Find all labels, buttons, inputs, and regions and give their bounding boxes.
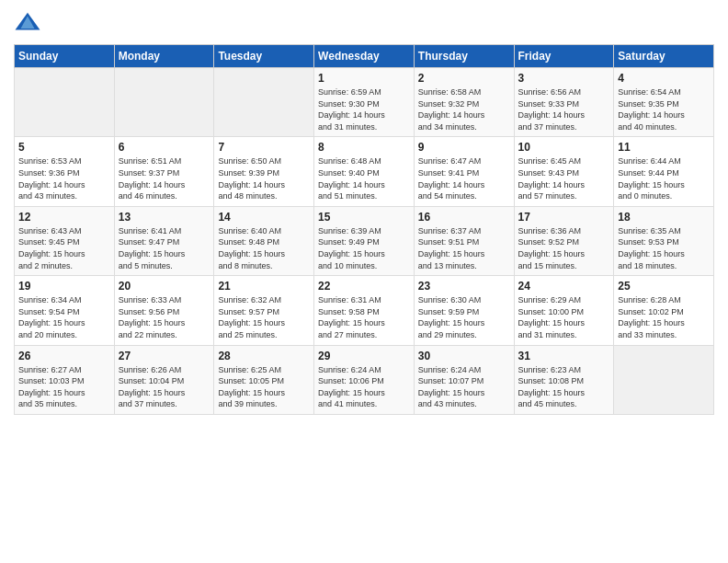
calendar: SundayMondayTuesdayWednesdayThursdayFrid… bbox=[14, 44, 714, 415]
calendar-cell: 28Sunrise: 6:25 AM Sunset: 10:05 PM Dayl… bbox=[214, 345, 314, 414]
calendar-cell: 30Sunrise: 6:24 AM Sunset: 10:07 PM Dayl… bbox=[414, 345, 514, 414]
day-info: Sunrise: 6:59 AM Sunset: 9:30 PM Dayligh… bbox=[318, 86, 410, 132]
day-info: Sunrise: 6:27 AM Sunset: 10:03 PM Daylig… bbox=[18, 364, 110, 410]
calendar-week-row: 1Sunrise: 6:59 AM Sunset: 9:30 PM Daylig… bbox=[15, 68, 714, 137]
day-info: Sunrise: 6:37 AM Sunset: 9:51 PM Dayligh… bbox=[418, 225, 510, 271]
day-number: 4 bbox=[618, 72, 710, 85]
day-number: 13 bbox=[119, 211, 210, 224]
day-of-week-header: Thursday bbox=[414, 45, 514, 68]
calendar-cell bbox=[114, 68, 214, 137]
day-info: Sunrise: 6:36 AM Sunset: 9:52 PM Dayligh… bbox=[518, 225, 610, 271]
calendar-cell: 15Sunrise: 6:39 AM Sunset: 9:49 PM Dayli… bbox=[314, 206, 415, 275]
day-info: Sunrise: 6:39 AM Sunset: 9:49 PM Dayligh… bbox=[318, 225, 410, 271]
day-number: 19 bbox=[18, 280, 110, 293]
day-number: 29 bbox=[318, 350, 410, 362]
calendar-cell: 24Sunrise: 6:29 AM Sunset: 10:00 PM Dayl… bbox=[514, 276, 614, 345]
day-info: Sunrise: 6:28 AM Sunset: 10:02 PM Daylig… bbox=[618, 294, 710, 340]
calendar-cell: 11Sunrise: 6:44 AM Sunset: 9:44 PM Dayli… bbox=[614, 137, 714, 206]
calendar-week-row: 12Sunrise: 6:43 AM Sunset: 9:45 PM Dayli… bbox=[15, 206, 714, 275]
calendar-cell: 20Sunrise: 6:33 AM Sunset: 9:56 PM Dayli… bbox=[114, 276, 214, 345]
day-info: Sunrise: 6:24 AM Sunset: 10:07 PM Daylig… bbox=[418, 364, 510, 410]
day-info: Sunrise: 6:58 AM Sunset: 9:32 PM Dayligh… bbox=[418, 86, 510, 132]
day-number: 14 bbox=[218, 211, 310, 224]
day-number: 31 bbox=[518, 350, 610, 362]
day-number: 6 bbox=[119, 141, 210, 154]
day-info: Sunrise: 6:48 AM Sunset: 9:40 PM Dayligh… bbox=[318, 155, 410, 201]
days-of-week-row: SundayMondayTuesdayWednesdayThursdayFrid… bbox=[15, 45, 714, 68]
day-number: 1 bbox=[318, 72, 410, 85]
header bbox=[14, 9, 714, 37]
day-number: 5 bbox=[18, 141, 110, 154]
calendar-header: SundayMondayTuesdayWednesdayThursdayFrid… bbox=[15, 45, 714, 68]
day-info: Sunrise: 6:30 AM Sunset: 9:59 PM Dayligh… bbox=[418, 294, 510, 340]
calendar-cell: 12Sunrise: 6:43 AM Sunset: 9:45 PM Dayli… bbox=[15, 206, 115, 275]
logo-icon bbox=[14, 9, 41, 37]
day-number: 24 bbox=[518, 280, 610, 293]
day-info: Sunrise: 6:41 AM Sunset: 9:47 PM Dayligh… bbox=[119, 225, 210, 271]
calendar-cell bbox=[15, 68, 115, 137]
calendar-cell: 7Sunrise: 6:50 AM Sunset: 9:39 PM Daylig… bbox=[214, 137, 314, 206]
day-info: Sunrise: 6:24 AM Sunset: 10:06 PM Daylig… bbox=[318, 364, 410, 410]
day-number: 12 bbox=[18, 211, 110, 224]
day-info: Sunrise: 6:45 AM Sunset: 9:43 PM Dayligh… bbox=[518, 155, 610, 201]
calendar-cell: 4Sunrise: 6:54 AM Sunset: 9:35 PM Daylig… bbox=[614, 68, 714, 137]
day-info: Sunrise: 6:34 AM Sunset: 9:54 PM Dayligh… bbox=[18, 294, 110, 340]
calendar-body: 1Sunrise: 6:59 AM Sunset: 9:30 PM Daylig… bbox=[15, 68, 714, 415]
day-number: 15 bbox=[318, 211, 410, 224]
day-number: 3 bbox=[518, 72, 610, 85]
day-number: 23 bbox=[418, 280, 510, 293]
day-of-week-header: Tuesday bbox=[214, 45, 314, 68]
day-number: 2 bbox=[418, 72, 510, 85]
calendar-cell: 3Sunrise: 6:56 AM Sunset: 9:33 PM Daylig… bbox=[514, 68, 614, 137]
day-info: Sunrise: 6:56 AM Sunset: 9:33 PM Dayligh… bbox=[518, 86, 610, 132]
day-info: Sunrise: 6:44 AM Sunset: 9:44 PM Dayligh… bbox=[618, 155, 710, 201]
day-info: Sunrise: 6:33 AM Sunset: 9:56 PM Dayligh… bbox=[119, 294, 210, 340]
calendar-cell bbox=[214, 68, 314, 137]
day-of-week-header: Wednesday bbox=[314, 45, 415, 68]
day-info: Sunrise: 6:26 AM Sunset: 10:04 PM Daylig… bbox=[119, 364, 210, 410]
calendar-cell: 18Sunrise: 6:35 AM Sunset: 9:53 PM Dayli… bbox=[614, 206, 714, 275]
calendar-cell: 2Sunrise: 6:58 AM Sunset: 9:32 PM Daylig… bbox=[414, 68, 514, 137]
day-number: 18 bbox=[618, 211, 710, 224]
day-of-week-header: Saturday bbox=[614, 45, 714, 68]
calendar-cell: 5Sunrise: 6:53 AM Sunset: 9:36 PM Daylig… bbox=[15, 137, 115, 206]
calendar-cell: 21Sunrise: 6:32 AM Sunset: 9:57 PM Dayli… bbox=[214, 276, 314, 345]
logo bbox=[14, 9, 45, 37]
calendar-cell: 8Sunrise: 6:48 AM Sunset: 9:40 PM Daylig… bbox=[314, 137, 415, 206]
day-info: Sunrise: 6:29 AM Sunset: 10:00 PM Daylig… bbox=[518, 294, 610, 340]
day-number: 27 bbox=[119, 350, 210, 362]
day-of-week-header: Monday bbox=[114, 45, 214, 68]
calendar-cell: 16Sunrise: 6:37 AM Sunset: 9:51 PM Dayli… bbox=[414, 206, 514, 275]
day-number: 16 bbox=[418, 211, 510, 224]
calendar-cell: 6Sunrise: 6:51 AM Sunset: 9:37 PM Daylig… bbox=[114, 137, 214, 206]
day-of-week-header: Sunday bbox=[15, 45, 115, 68]
calendar-cell: 1Sunrise: 6:59 AM Sunset: 9:30 PM Daylig… bbox=[314, 68, 415, 137]
calendar-week-row: 5Sunrise: 6:53 AM Sunset: 9:36 PM Daylig… bbox=[15, 137, 714, 206]
day-number: 22 bbox=[318, 280, 410, 293]
calendar-cell: 29Sunrise: 6:24 AM Sunset: 10:06 PM Dayl… bbox=[314, 345, 415, 414]
day-number: 7 bbox=[218, 141, 310, 154]
day-info: Sunrise: 6:25 AM Sunset: 10:05 PM Daylig… bbox=[218, 364, 310, 410]
day-info: Sunrise: 6:47 AM Sunset: 9:41 PM Dayligh… bbox=[418, 155, 510, 201]
day-info: Sunrise: 6:40 AM Sunset: 9:48 PM Dayligh… bbox=[218, 225, 310, 271]
day-number: 26 bbox=[18, 350, 110, 362]
day-info: Sunrise: 6:32 AM Sunset: 9:57 PM Dayligh… bbox=[218, 294, 310, 340]
page: SundayMondayTuesdayWednesdayThursdayFrid… bbox=[0, 0, 728, 563]
day-info: Sunrise: 6:31 AM Sunset: 9:58 PM Dayligh… bbox=[318, 294, 410, 340]
day-number: 20 bbox=[119, 280, 210, 293]
calendar-cell: 31Sunrise: 6:23 AM Sunset: 10:08 PM Dayl… bbox=[514, 345, 614, 414]
calendar-cell bbox=[614, 345, 714, 414]
day-info: Sunrise: 6:35 AM Sunset: 9:53 PM Dayligh… bbox=[618, 225, 710, 271]
day-number: 25 bbox=[618, 280, 710, 293]
day-number: 28 bbox=[218, 350, 310, 362]
day-number: 30 bbox=[418, 350, 510, 362]
calendar-cell: 14Sunrise: 6:40 AM Sunset: 9:48 PM Dayli… bbox=[214, 206, 314, 275]
day-number: 17 bbox=[518, 211, 610, 224]
calendar-week-row: 26Sunrise: 6:27 AM Sunset: 10:03 PM Dayl… bbox=[15, 345, 714, 414]
day-info: Sunrise: 6:54 AM Sunset: 9:35 PM Dayligh… bbox=[618, 86, 710, 132]
calendar-cell: 25Sunrise: 6:28 AM Sunset: 10:02 PM Dayl… bbox=[614, 276, 714, 345]
day-of-week-header: Friday bbox=[514, 45, 614, 68]
day-info: Sunrise: 6:53 AM Sunset: 9:36 PM Dayligh… bbox=[18, 155, 110, 201]
day-number: 10 bbox=[518, 141, 610, 154]
calendar-cell: 9Sunrise: 6:47 AM Sunset: 9:41 PM Daylig… bbox=[414, 137, 514, 206]
